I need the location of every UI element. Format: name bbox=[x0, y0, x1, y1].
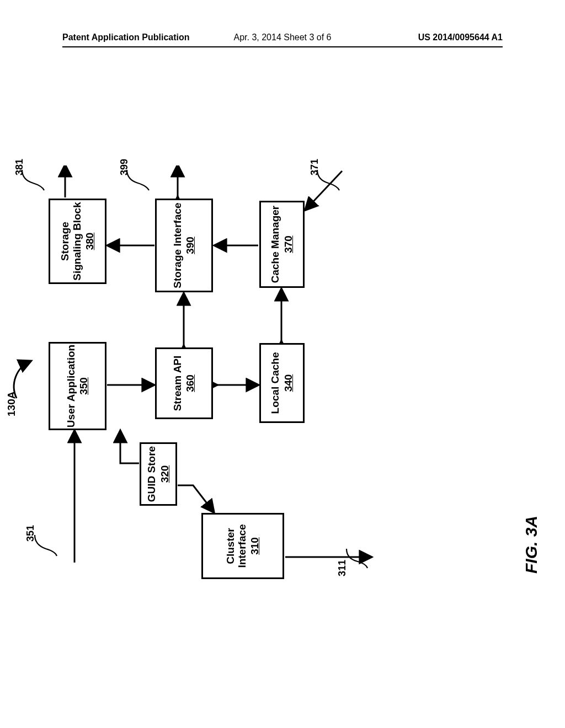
svg-line-10 bbox=[306, 171, 342, 210]
label-311: 311 bbox=[337, 560, 348, 576]
block-title: Cache Manager bbox=[269, 206, 281, 283]
label-371: 371 bbox=[309, 159, 321, 175]
block-title: Cluster Interface bbox=[225, 515, 248, 577]
block-number: 380 bbox=[84, 233, 96, 250]
page-header: Patent Application Publication Apr. 3, 2… bbox=[0, 30, 565, 50]
block-number: 390 bbox=[184, 237, 196, 254]
overall-ref-label: 130A bbox=[6, 392, 18, 416]
diagram: 130A 351 311 381 399 371 User Applicatio… bbox=[0, 165, 563, 579]
block-number: 310 bbox=[249, 537, 261, 555]
header-rule bbox=[62, 46, 503, 47]
block-number: 340 bbox=[282, 374, 295, 392]
figure-title: FIG. 3A bbox=[522, 516, 541, 574]
block-user-application: User Application 350 bbox=[49, 342, 106, 430]
header-right: US 2014/0095644 A1 bbox=[418, 33, 503, 42]
block-number: 320 bbox=[159, 465, 171, 483]
block-title: Storage Interface bbox=[172, 202, 183, 288]
block-title: Storage Signaling Block bbox=[59, 200, 83, 282]
block-number: 370 bbox=[282, 235, 295, 253]
label-399: 399 bbox=[119, 159, 130, 175]
block-storage-interface: Storage Interface 390 bbox=[155, 199, 213, 292]
block-storage-signaling: Storage Signaling Block 380 bbox=[49, 199, 106, 284]
block-guid-store: GUID Store 320 bbox=[140, 442, 177, 506]
label-381: 381 bbox=[14, 159, 25, 175]
block-number: 350 bbox=[78, 377, 90, 395]
block-stream-api: Stream API 360 bbox=[155, 347, 213, 419]
label-351: 351 bbox=[25, 525, 36, 542]
block-cache-manager: Cache Manager 370 bbox=[259, 201, 305, 288]
diagram-rotated-wrap: 130A 351 311 381 399 371 User Applicatio… bbox=[0, 165, 563, 579]
block-title: Local Cache bbox=[269, 352, 281, 414]
block-title: User Application bbox=[65, 345, 77, 427]
block-cluster-interface: Cluster Interface 310 bbox=[201, 513, 284, 579]
block-title: GUID Store bbox=[146, 446, 157, 502]
block-local-cache: Local Cache 340 bbox=[259, 343, 305, 423]
block-title: Stream API bbox=[172, 356, 183, 411]
block-number: 360 bbox=[184, 374, 196, 392]
